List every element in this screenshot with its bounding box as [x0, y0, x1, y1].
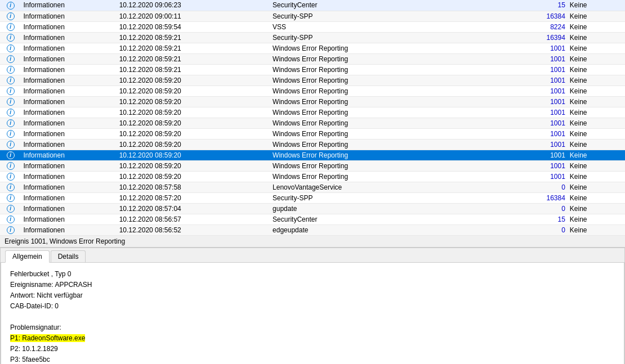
- row-date: 10.12.2020 08:59:20: [117, 171, 270, 182]
- info-icon: i: [7, 226, 15, 234]
- table-row[interactable]: i Informationen 10.12.2020 08:56:57 Secu…: [0, 214, 625, 224]
- table-row[interactable]: i Informationen 10.12.2020 09:06:23 Secu…: [0, 0, 625, 11]
- row-date: 10.12.2020 08:56:52: [117, 224, 270, 235]
- row-level: Informationen: [21, 86, 117, 96]
- row-level: Informationen: [21, 171, 117, 182]
- row-date: 10.12.2020 08:59:20: [117, 139, 270, 150]
- row-source: Windows Error Reporting: [270, 150, 491, 160]
- event-id-value: 15: [557, 215, 565, 223]
- detail-line8: P2: 10.1.2.1829: [10, 344, 615, 354]
- row-task: Keine: [568, 21, 625, 32]
- row-task: Keine: [568, 11, 625, 21]
- row-source: Windows Error Reporting: [270, 118, 491, 128]
- table-row[interactable]: i Informationen 10.12.2020 09:00:11 Secu…: [0, 11, 625, 21]
- row-eventid: 1001: [491, 86, 568, 96]
- row-date: 10.12.2020 08:59:54: [117, 21, 270, 32]
- detail-line6: Problemsignatur:: [10, 322, 615, 332]
- table-row[interactable]: i Informationen 10.12.2020 08:59:21 Wind…: [0, 64, 625, 75]
- table-row[interactable]: i Informationen 10.12.2020 08:59:20 Wind…: [0, 118, 625, 128]
- row-date: 10.12.2020 08:59:20: [117, 160, 270, 171]
- row-icon: i: [0, 96, 21, 107]
- row-eventid: 0: [491, 182, 568, 192]
- row-task: Keine: [568, 182, 625, 192]
- row-task: Keine: [568, 96, 625, 107]
- row-task: Keine: [568, 128, 625, 139]
- row-level: Informationen: [21, 21, 117, 32]
- status-bar: Ereignis 1001, Windows Error Reporting: [0, 236, 625, 248]
- table-row[interactable]: i Informationen 10.12.2020 08:59:20 Wind…: [0, 107, 625, 118]
- detail-line2: Ereignisname: APPCRASH: [10, 280, 615, 290]
- row-level: Informationen: [21, 11, 117, 21]
- info-icon: i: [7, 183, 15, 191]
- event-id-value: 1001: [550, 173, 565, 181]
- row-eventid: 8224: [491, 21, 568, 32]
- table-row[interactable]: i Informationen 10.12.2020 08:59:20 Wind…: [0, 128, 625, 139]
- table-row[interactable]: i Informationen 10.12.2020 08:59:21 Wind…: [0, 43, 625, 53]
- row-icon: i: [0, 21, 21, 32]
- row-source: Windows Error Reporting: [270, 160, 491, 171]
- table-row[interactable]: i Informationen 10.12.2020 08:56:52 edge…: [0, 224, 625, 235]
- table-row[interactable]: i Informationen 10.12.2020 08:59:20 Wind…: [0, 86, 625, 96]
- row-eventid: 1001: [491, 75, 568, 86]
- row-source: Security-SPP: [270, 192, 491, 203]
- row-level: Informationen: [21, 75, 117, 86]
- table-row[interactable]: i Informationen 10.12.2020 08:59:54 VSS …: [0, 21, 625, 32]
- row-task: Keine: [568, 171, 625, 182]
- table-row[interactable]: i Informationen 10.12.2020 08:59:21 Secu…: [0, 32, 625, 43]
- event-id-value: 1001: [550, 109, 565, 116]
- tab-details[interactable]: Details: [51, 250, 86, 262]
- row-level: Informationen: [21, 182, 117, 192]
- row-level: Informationen: [21, 32, 117, 43]
- event-id-value: 0: [561, 205, 565, 213]
- event-id-value: 1001: [550, 66, 565, 74]
- row-eventid: 1001: [491, 53, 568, 64]
- event-id-value: 1001: [550, 77, 565, 84]
- table-row[interactable]: i Informationen 10.12.2020 08:59:20 Wind…: [0, 96, 625, 107]
- row-date: 10.12.2020 08:59:21: [117, 53, 270, 64]
- table-row[interactable]: i Informationen 10.12.2020 08:57:04 gupd…: [0, 203, 625, 214]
- row-icon: i: [0, 75, 21, 86]
- tab-allgemein[interactable]: Allgemein: [5, 250, 50, 263]
- event-id-value: 0: [561, 183, 565, 191]
- event-id-value: 15: [557, 1, 565, 9]
- table-row[interactable]: i Informationen 10.12.2020 08:59:21 Wind…: [0, 53, 625, 64]
- row-task: Keine: [568, 64, 625, 75]
- table-row[interactable]: i Informationen 10.12.2020 08:59:20 Wind…: [0, 75, 625, 86]
- table-row[interactable]: i Informationen 10.12.2020 08:59:20 Wind…: [0, 139, 625, 150]
- detail-content: Fehlerbucket , Typ 0 Ereignisname: APPCR…: [1, 263, 624, 365]
- row-icon: i: [0, 139, 21, 150]
- row-icon: i: [0, 53, 21, 64]
- detail-line9: P3: 5faee5bc: [10, 354, 615, 365]
- event-id-value: 1001: [550, 151, 565, 159]
- row-level: Informationen: [21, 214, 117, 224]
- row-source: Windows Error Reporting: [270, 75, 491, 86]
- info-icon: i: [7, 98, 15, 106]
- detail-line1: Fehlerbucket , Typ 0: [10, 269, 615, 279]
- row-task: Keine: [568, 43, 625, 53]
- row-date: 10.12.2020 08:59:21: [117, 43, 270, 53]
- detail-line3: Antwort: Nicht verfügbar: [10, 290, 615, 300]
- row-eventid: 1001: [491, 96, 568, 107]
- row-eventid: 1001: [491, 150, 568, 160]
- event-log-table: i Informationen 10.12.2020 09:06:23 Secu…: [0, 0, 625, 236]
- row-level: Informationen: [21, 96, 117, 107]
- row-date: 10.12.2020 09:06:23: [117, 0, 270, 11]
- row-icon: i: [0, 86, 21, 96]
- row-task: Keine: [568, 32, 625, 43]
- table-row[interactable]: i Informationen 10.12.2020 08:59:20 Wind…: [0, 150, 625, 160]
- row-icon: i: [0, 0, 21, 11]
- table-row[interactable]: i Informationen 10.12.2020 08:59:20 Wind…: [0, 160, 625, 171]
- event-id-value: 16384: [546, 194, 565, 202]
- table-row[interactable]: i Informationen 10.12.2020 08:59:20 Wind…: [0, 171, 625, 182]
- table-row[interactable]: i Informationen 10.12.2020 08:57:20 Secu…: [0, 192, 625, 203]
- table-row[interactable]: i Informationen 10.12.2020 08:57:58 Leno…: [0, 182, 625, 192]
- row-source: Windows Error Reporting: [270, 86, 491, 96]
- row-icon: i: [0, 107, 21, 118]
- row-date: 10.12.2020 08:57:58: [117, 182, 270, 192]
- row-date: 10.12.2020 08:59:20: [117, 96, 270, 107]
- row-task: Keine: [568, 203, 625, 214]
- row-task: Keine: [568, 160, 625, 171]
- event-id-value: 1001: [550, 141, 565, 149]
- status-text: Ereignis 1001, Windows Error Reporting: [5, 237, 125, 245]
- event-id-value: 1001: [550, 130, 565, 138]
